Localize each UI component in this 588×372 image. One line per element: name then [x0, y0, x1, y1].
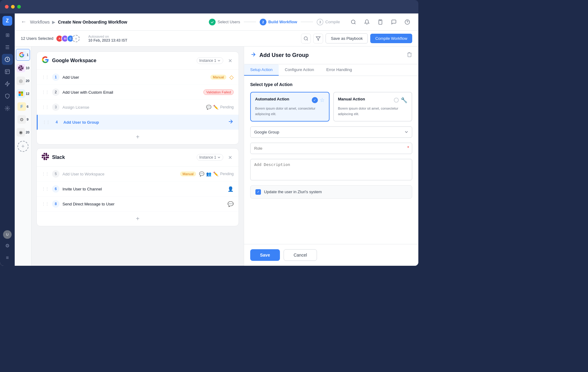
- action-badge-2: Validation Failed: [203, 89, 234, 95]
- search-icon-btn[interactable]: [349, 17, 358, 27]
- app-icon-google[interactable]: 1: [16, 49, 30, 61]
- sidebar-item-settings[interactable]: ⚙: [2, 240, 13, 251]
- notification-icon-btn[interactable]: [362, 17, 372, 27]
- role-required-star: *: [407, 145, 409, 151]
- description-textarea[interactable]: [250, 159, 412, 180]
- update-user-checkbox-row[interactable]: ✓ Update the user in Zluri's system: [250, 185, 412, 199]
- add-user-avatar[interactable]: +: [72, 35, 80, 42]
- action-name-5: Add User to Workspace: [62, 172, 177, 176]
- sidebar-item-automation[interactable]: [2, 78, 13, 89]
- figma-circle: F: [17, 102, 26, 111]
- toolbar-filter-btn[interactable]: [313, 34, 323, 43]
- automated-card-icons: ✓ ☆: [312, 97, 325, 103]
- add-google-action-button[interactable]: +: [37, 130, 239, 144]
- tab-setup-action[interactable]: Setup Action: [244, 64, 279, 76]
- svg-point-7: [304, 37, 307, 40]
- toolbar-search-btn[interactable]: [301, 34, 311, 43]
- action-num-3: 3: [52, 103, 59, 111]
- action-name-1: Add User: [62, 75, 207, 80]
- panel-delete-button[interactable]: [407, 52, 412, 59]
- action-badge-1: Manual: [210, 75, 226, 80]
- clipboard-icon-btn[interactable]: [375, 17, 385, 27]
- app-icon-6[interactable]: ◉ 20: [16, 127, 30, 138]
- manual-card-desc: Borem ipsum dolor sit amet, consectetur …: [338, 107, 398, 116]
- google-block-icon: [42, 56, 49, 65]
- google-block-name: Google Workspace: [52, 58, 194, 63]
- action-5-icons: 💬 👥 ✏️ Pending: [199, 171, 234, 176]
- sidebar-item-more[interactable]: ≡: [2, 252, 13, 263]
- action-num-6: 6: [52, 185, 59, 193]
- drag-handle-8: ⋮⋮: [42, 202, 49, 206]
- sidebar-item-apps[interactable]: [2, 103, 13, 114]
- sidebar-item-workflows[interactable]: [2, 54, 13, 65]
- drag-handle-4: ⋮⋮: [43, 120, 50, 124]
- slack-block: Slack Instance 1 ✕ ⋮⋮ 5: [36, 148, 239, 226]
- app-icon-slack[interactable]: 10: [16, 62, 30, 73]
- update-user-checkbox[interactable]: ✓: [255, 189, 261, 195]
- manual-card-title: Manual Action: [338, 97, 365, 101]
- manual-action-card[interactable]: Manual Action 🔧 Borem ipsum dolor sit am…: [333, 92, 413, 122]
- compile-workflow-button[interactable]: Compile Workflow: [370, 34, 412, 43]
- app-icon-ms[interactable]: 12: [16, 88, 30, 99]
- sidebar-item-list[interactable]: ☰: [2, 42, 13, 53]
- automated-action-card[interactable]: Automated Action ✓ ☆ Borem ipsum dolor s…: [250, 92, 330, 122]
- role-input-wrapper: *: [250, 143, 412, 154]
- sidebar-item-integrations[interactable]: [2, 91, 13, 102]
- action-add-workspace[interactable]: ⋮⋮ 5 Add User to Workspace Manual 💬 👥 ✏️…: [37, 167, 239, 182]
- action-add-to-group[interactable]: ⋮⋮ 4 Add User to Group: [37, 115, 239, 130]
- breadcrumb-parent[interactable]: Workflows: [30, 20, 50, 24]
- manual-radio-icon: [394, 98, 399, 103]
- toolbar-right: Save as Playbook Compile Workflow: [301, 33, 412, 43]
- role-input[interactable]: [250, 143, 412, 154]
- app5-circle: ⊙: [17, 115, 26, 124]
- maximize-dot[interactable]: [17, 5, 21, 9]
- users-count-label: 12 Users Selected: [21, 36, 53, 41]
- slack-block-icon: [42, 153, 49, 162]
- save-playbook-button[interactable]: Save as Playbook: [326, 33, 368, 43]
- app-icon-3[interactable]: ◎ 20: [16, 75, 30, 86]
- tab-error-handling[interactable]: Error Handling: [320, 64, 358, 76]
- action-custom-email[interactable]: ⋮⋮ 2 Add User with Custom Email Validati…: [37, 85, 239, 100]
- close-dot[interactable]: [5, 5, 9, 9]
- app-icon-5[interactable]: ⊙ 9: [16, 114, 30, 125]
- step-select-users: Select Users: [209, 19, 240, 25]
- panel-tabs: Setup Action Configure Action Error Hand…: [244, 64, 418, 76]
- minimize-dot[interactable]: [11, 5, 15, 9]
- action-invite-channel[interactable]: ⋮⋮ 6 Invite User to Channel 👤: [37, 182, 239, 197]
- slack-instance-selector[interactable]: Instance 1: [197, 154, 223, 161]
- google-instance-label: Instance 1: [199, 58, 216, 63]
- add-slack-action-button[interactable]: +: [37, 212, 239, 226]
- app-icon-figma[interactable]: F 6: [16, 101, 30, 112]
- action-3-status: Pending: [220, 105, 234, 109]
- panel-footer: Save Cancel: [244, 244, 418, 266]
- sidebar-item-dashboard[interactable]: ⊞: [2, 29, 13, 40]
- app5-count: 9: [27, 118, 28, 121]
- action-name-4: Add User to Group: [63, 120, 224, 125]
- panel-save-button[interactable]: Save: [250, 249, 280, 261]
- panel-cancel-button[interactable]: Cancel: [284, 249, 317, 261]
- back-button[interactable]: ←: [21, 19, 26, 25]
- google-instance-selector[interactable]: Instance 1: [197, 57, 223, 64]
- chat-icon-btn[interactable]: [389, 17, 399, 27]
- ms-circle: [17, 89, 25, 98]
- google-block-close[interactable]: ✕: [226, 57, 234, 64]
- drag-handle-2: ⋮⋮: [42, 90, 49, 94]
- app-window: Z ⊞ ☰ U ⚙ ≡: [0, 0, 418, 266]
- add-app-button[interactable]: +: [17, 141, 28, 152]
- app-body: Z ⊞ ☰ U ⚙ ≡: [0, 13, 418, 266]
- sidebar-item-reports[interactable]: [2, 66, 13, 77]
- action-num-5: 5: [52, 170, 59, 178]
- sidebar-logo[interactable]: Z: [2, 16, 12, 26]
- header-icons: [349, 17, 412, 27]
- action-add-user[interactable]: ⋮⋮ 1 Add User Manual ◇: [37, 70, 239, 85]
- user-avatar[interactable]: U: [3, 230, 12, 239]
- slack-block-close[interactable]: ✕: [226, 154, 234, 161]
- tab-configure-action[interactable]: Configure Action: [279, 64, 320, 76]
- action-name-2: Add User with Custom Email: [62, 90, 200, 95]
- action-send-message[interactable]: ⋮⋮ 8 Send Direct Message to User 💬: [37, 197, 239, 212]
- google-group-select[interactable]: Google Group: [250, 126, 412, 138]
- help-icon-btn[interactable]: [402, 17, 412, 27]
- action-5-icon2: 👥: [206, 171, 211, 176]
- slack-action-list: ⋮⋮ 5 Add User to Workspace Manual 💬 👥 ✏️…: [37, 167, 239, 212]
- action-assign-license[interactable]: ⋮⋮ 3 Assign License 💬 ✏️ Pending: [37, 100, 239, 115]
